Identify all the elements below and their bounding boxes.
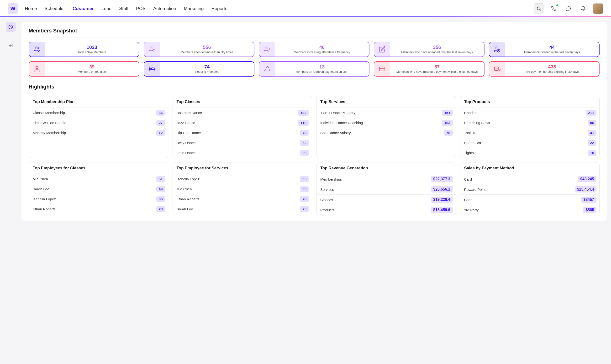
highlight-row-value: 41 <box>588 130 597 136</box>
nav-item-automation[interactable]: Automation <box>153 6 176 11</box>
card-clock-icon <box>489 62 505 76</box>
highlight-row[interactable]: Sarah Lee25 <box>173 204 312 214</box>
snapshot-label: Total Active Members <box>47 51 136 54</box>
highlight-row[interactable]: Latin Dance29 <box>173 148 312 158</box>
app-logo[interactable]: W <box>8 3 18 14</box>
highlight-card-title: Top Classes <box>173 96 312 108</box>
highlight-row[interactable]: Memberships$22,377.3 <box>317 174 456 184</box>
highlight-row-name: Monthly Membership <box>33 131 66 135</box>
highlight-row-value: 62 <box>300 140 309 146</box>
highlight-row-name: Tights <box>464 151 474 155</box>
highlight-row-name: Classic Membership <box>33 111 65 115</box>
snapshot-card[interactable]: 438Pre-pay membership expiring in 30 day… <box>489 61 599 77</box>
highlight-row-value: 35 <box>300 176 309 182</box>
highlight-row[interactable]: Jazz Dance110 <box>173 118 312 128</box>
search-button[interactable] <box>534 3 544 14</box>
highlight-row[interactable]: Monthly Membership12 <box>29 128 168 138</box>
snapshot-card[interactable]: 1023Total Active Members <box>29 42 139 57</box>
nav-item-pos[interactable]: POS <box>136 6 146 11</box>
nav-item-customer[interactable]: Customer <box>73 6 94 11</box>
highlight-row-name: Memberships <box>320 177 342 181</box>
highlight-row-name: Hoodies <box>464 111 477 115</box>
highlights-title: Highlights <box>29 84 599 93</box>
highlight-row[interactable]: Products$15,459.6 <box>317 205 456 215</box>
snapshot-card[interactable]: 74Sleeping members <box>144 61 254 77</box>
highlight-card: Top Services1 on 1 Dance Mastery151Indiv… <box>316 96 456 158</box>
highlight-row-name: Classes <box>320 198 333 202</box>
highlight-row[interactable]: Tights15 <box>460 148 599 158</box>
snapshot-card[interactable]: 57Members who have missed a payment with… <box>374 61 484 77</box>
snapshot-value: 1023 <box>47 45 136 50</box>
rail-recent-button[interactable] <box>6 22 16 32</box>
highlight-row-name: Cash <box>464 198 473 202</box>
rail-collapse-button[interactable] <box>6 40 16 51</box>
highlight-row[interactable]: Cash$8457 <box>460 195 599 205</box>
highlight-row-value: 28 <box>156 206 165 212</box>
highlight-row-name: Services <box>320 187 334 192</box>
nav-item-staff[interactable]: Staff <box>119 6 128 11</box>
highlight-row-name: Stretching Strap <box>464 121 490 125</box>
highlight-row[interactable]: Mia Chen33 <box>173 184 312 194</box>
highlight-row[interactable]: 1 on 1 Dance Mastery151 <box>317 108 456 118</box>
highlight-row[interactable]: Flexi-Session Bundle27 <box>29 118 168 128</box>
whatsapp-button[interactable] <box>563 3 574 14</box>
snapshot-card[interactable]: 44Membership started in the last seven d… <box>489 42 599 57</box>
whatsapp-icon <box>566 6 571 11</box>
highlight-row[interactable]: Reward Points$25,454.4 <box>460 184 599 195</box>
highlight-row-value: $565 <box>583 207 597 213</box>
nav-item-home[interactable]: Home <box>25 6 37 11</box>
nav-item-scheduler[interactable]: Scheduler <box>45 6 65 11</box>
highlight-row-name: Ethan Roberts <box>177 197 199 201</box>
highlight-row[interactable]: Individual Dance Coaching103 <box>317 118 456 128</box>
highlight-row-value: 29 <box>300 150 309 156</box>
highlight-row-value: 12 <box>156 130 165 136</box>
highlight-row[interactable]: Services$20,656.1 <box>317 184 456 195</box>
main-nav: HomeSchedulerCustomerLeadStaffPOSAutomat… <box>25 6 534 11</box>
highlight-row[interactable]: Card$43,245 <box>460 174 599 184</box>
highlight-row[interactable]: Isabella Lopez35 <box>173 174 312 184</box>
highlight-row-value: 151 <box>442 110 452 116</box>
highlight-row[interactable]: Ballroom Dance132 <box>173 108 312 118</box>
notifications-button[interactable] <box>578 3 589 14</box>
snapshot-card[interactable]: 556Members attended more than fifty time… <box>144 42 254 57</box>
highlight-row-name: Card <box>464 177 472 181</box>
snapshot-label: Members on fourteen day tetention alert <box>277 70 367 74</box>
highlight-row[interactable]: Classes$19,228.4 <box>317 195 456 205</box>
user-avatar[interactable] <box>593 3 603 14</box>
highlight-row[interactable]: Ethan Roberts28 <box>29 204 168 214</box>
highlight-row[interactable]: Solo Dance Artistry78 <box>317 128 456 138</box>
nav-item-reports[interactable]: Reports <box>212 6 227 11</box>
highlight-row[interactable]: Hoodies211 <box>460 108 599 118</box>
highlight-row[interactable]: 3rd Party$565 <box>460 205 599 215</box>
phone-button[interactable] <box>548 3 559 14</box>
highlight-row-value: 33 <box>300 186 309 192</box>
snapshot-card[interactable]: 39Members on red alert <box>29 61 139 77</box>
bed-icon <box>144 62 160 76</box>
highlight-row[interactable]: Classic Membership36 <box>29 108 168 118</box>
highlight-row-value: 36 <box>156 110 165 116</box>
nav-item-lead[interactable]: Lead <box>101 6 111 11</box>
highlight-row[interactable]: Stretching Strap56 <box>460 118 599 128</box>
snapshot-card[interactable]: 13Members on fourteen day tetention aler… <box>259 61 370 77</box>
highlight-row-name: Jazz Dance <box>177 121 195 125</box>
user-icon <box>29 62 45 76</box>
highlight-row-value: 78 <box>300 130 309 136</box>
highlight-row[interactable]: Mia Chen51 <box>29 174 168 184</box>
highlight-row[interactable]: Hip Hop Dance78 <box>173 128 312 138</box>
highlight-row[interactable]: Isabella Lopez36 <box>29 194 168 204</box>
highlight-row[interactable]: Tank Top41 <box>460 128 599 138</box>
highlight-card: Top Membership PlanClassic Membership36F… <box>29 96 168 158</box>
highlight-row[interactable]: Belly Dance62 <box>173 138 312 148</box>
highlight-card: Top ProductsHoodies211Stretching Strap56… <box>460 96 600 158</box>
users-icon <box>29 42 45 56</box>
snapshot-label: Members who have missed a payment within… <box>392 70 482 74</box>
highlight-card-title: Top Membership Plan <box>29 96 168 108</box>
highlight-row[interactable]: Sarah Lee49 <box>29 184 168 194</box>
highlight-row-value: $22,377.3 <box>431 176 452 182</box>
snapshot-card[interactable]: 356Members who have attended over the la… <box>374 42 484 57</box>
highlight-row[interactable]: Ethan Roberts28 <box>173 194 312 204</box>
highlight-row[interactable]: Sports Bra22 <box>460 138 599 148</box>
nav-item-marketing[interactable]: Marketing <box>184 6 204 11</box>
highlight-row-value: 78 <box>444 130 453 136</box>
snapshot-card[interactable]: 46Members increasing attendance frequenc… <box>259 42 370 57</box>
